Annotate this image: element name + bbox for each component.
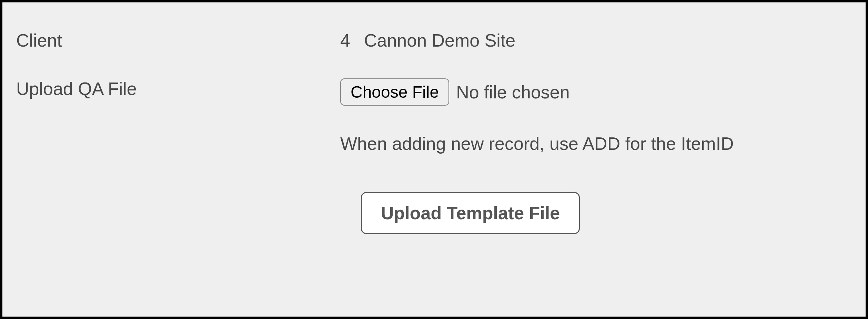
upload-template-button[interactable]: Upload Template File <box>361 192 580 234</box>
client-name: Cannon Demo Site <box>364 30 515 51</box>
client-row: Client 4 Cannon Demo Site <box>16 30 852 51</box>
client-label: Client <box>16 30 340 51</box>
client-id: 4 <box>340 30 350 51</box>
hint-row: When adding new record, use ADD for the … <box>16 133 852 154</box>
file-chosen-status: No file chosen <box>456 82 570 103</box>
upload-file-label: Upload QA File <box>16 78 340 99</box>
submit-row: Upload Template File <box>16 192 852 234</box>
hint-text: When adding new record, use ADD for the … <box>340 133 734 154</box>
upload-panel: Client 4 Cannon Demo Site Upload QA File… <box>0 0 868 319</box>
file-chooser: Choose File No file chosen <box>340 78 570 106</box>
client-value: 4 Cannon Demo Site <box>340 30 515 51</box>
upload-file-row: Upload QA File Choose File No file chose… <box>16 78 852 106</box>
choose-file-button[interactable]: Choose File <box>340 78 449 106</box>
